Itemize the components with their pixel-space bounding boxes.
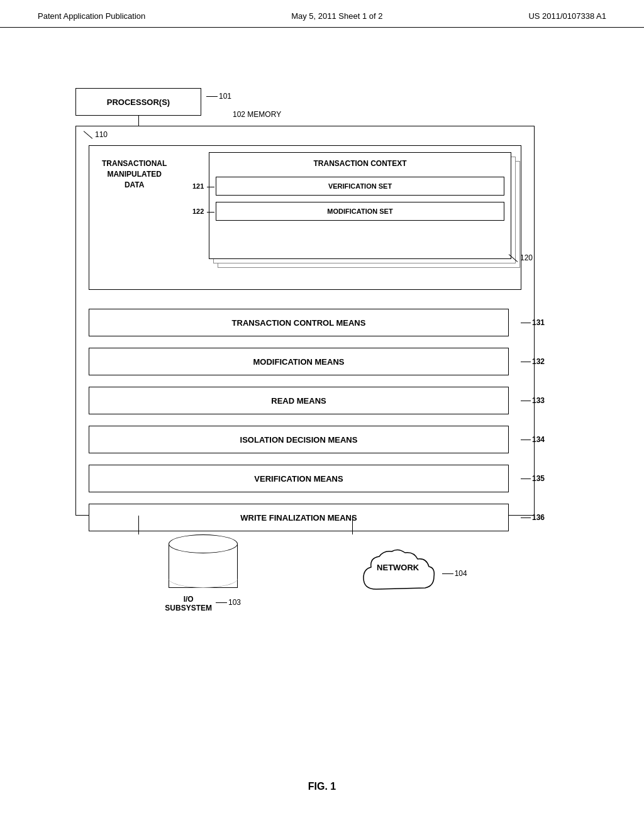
header-middle: May 5, 2011 Sheet 1 of 2 (291, 11, 382, 21)
verification-set-label: VERIFICATION SET (328, 182, 392, 190)
tmd-label: TRANSACTIONAL MANIPULATED DATA (102, 158, 167, 190)
tc-front: TRANSACTION CONTEXT 121 VERIFICATION SET… (209, 152, 511, 259)
cylinder-shape (169, 534, 238, 591)
means-131-box: TRANSACTION CONTROL MEANS 131 (89, 309, 509, 336)
io-cylinder: I/O SUBSYSTEM 103 (165, 534, 241, 612)
ref-101: 101 (206, 92, 231, 101)
header-right: US 2011/0107338 A1 (528, 11, 606, 21)
processor-box: PROCESSOR(S) (75, 88, 201, 116)
processor-label: PROCESSOR(S) (107, 97, 170, 107)
tc-stack: TRANSACTION CONTEXT 121 VERIFICATION SET… (209, 152, 511, 278)
fig-label: FIG. 1 (308, 781, 336, 792)
means-132-box: MODIFICATION MEANS 132 (89, 348, 509, 375)
header-left: Patent Application Publication (38, 11, 145, 21)
page-header: Patent Application Publication May 5, 20… (0, 0, 644, 28)
means-136-box: WRITE FINALIZATION MEANS 136 (89, 504, 509, 531)
means-133-box: READ MEANS 133 (89, 387, 509, 414)
network-label: NETWORK (377, 563, 419, 572)
connector-mem-net (352, 516, 353, 534)
connector-mem-io (138, 516, 139, 534)
tc-title: TRANSACTION CONTEXT (209, 153, 511, 172)
io-section: I/O SUBSYSTEM 103 NETWORK 104 (75, 534, 535, 612)
inner-top-box: TRANSACTIONAL MANIPULATED DATA TRANSACTI… (89, 145, 521, 290)
ref-110: 110 (82, 130, 108, 139)
ref-102: 102 MEMORY (233, 110, 281, 119)
io-label: I/O SUBSYSTEM (165, 595, 212, 612)
modification-set-box: 122 MODIFICATION SET (216, 202, 504, 221)
ref-120: 120 (508, 253, 533, 262)
ref-104: 104 (442, 569, 467, 578)
network-cloud-svg (357, 545, 439, 602)
network-wrapper: NETWORK 104 (357, 545, 439, 602)
verification-set-box: 121 VERIFICATION SET (216, 177, 504, 196)
means-135-box: VERIFICATION MEANS 135 (89, 465, 509, 492)
diagram-area: PROCESSOR(S) 101 102 MEMORY 110 TRANSACT… (0, 38, 644, 830)
means-134-box: ISOLATION DECISION MEANS 134 (89, 426, 509, 453)
ref-103: 103 (216, 598, 241, 607)
modification-set-label: MODIFICATION SET (327, 208, 392, 215)
io-ref-row: I/O SUBSYSTEM 103 (165, 592, 241, 612)
memory-box: 110 TRANSACTIONAL MANIPULATED DATA TRANS… (75, 126, 535, 516)
